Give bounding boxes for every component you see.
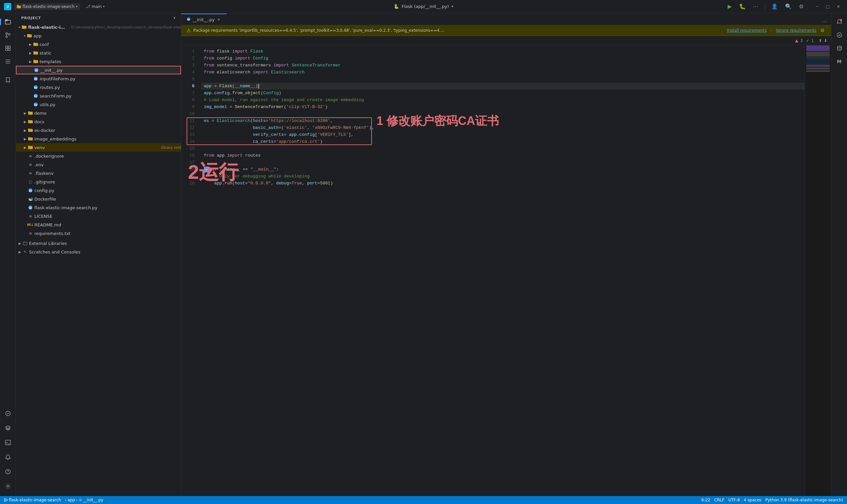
run-inline-btn[interactable]: ▶	[204, 166, 210, 173]
right-ai[interactable]: AI	[833, 29, 845, 41]
tree-dockerfile[interactable]: 🐋 Dockerfile	[16, 195, 181, 203]
docs-label: docs	[34, 119, 181, 124]
settings-btn[interactable]: ⚙	[798, 2, 805, 11]
tree-searchform[interactable]: py searchForm.py	[16, 92, 181, 100]
code-line-20: app.run(host="0.0.0.0", debug=True, port…	[201, 180, 805, 187]
activity-vcs[interactable]	[2, 29, 14, 41]
mm-4	[806, 50, 830, 51]
right-db[interactable]	[833, 42, 845, 54]
title-bar-right: ▶ 🐛 ⋯ 👤 🔍 ⚙ ─ □ ✕	[727, 2, 843, 11]
search-btn[interactable]: 🔍	[784, 2, 793, 11]
tree-dockerignore[interactable]: ≡ .dockerignore	[16, 152, 181, 160]
svg-text:py: py	[35, 69, 38, 72]
status-git[interactable]: flask-elastic-image-search	[4, 498, 61, 502]
tree-scratches[interactable]: ▶ ✎ Scratches and Consoles	[16, 248, 181, 256]
tree-external-libs[interactable]: ▶ External Libraries	[16, 239, 181, 248]
sidebar-header: Project ▾	[16, 13, 181, 23]
templates-chevron: ▶	[29, 60, 32, 64]
fm-icon: py	[28, 205, 33, 210]
di-icon: ≡	[28, 154, 33, 159]
profile-btn[interactable]: 👤	[770, 2, 779, 11]
status-encoding[interactable]: UTF-8	[728, 498, 740, 502]
activity-help[interactable]: ?	[2, 466, 14, 478]
svg-rect-46	[28, 129, 30, 129]
more-menu-btn[interactable]: ⋯	[752, 2, 759, 11]
tree-flask-main[interactable]: py flask-elastic-image-search.py	[16, 203, 181, 212]
activity-bookmarks[interactable]	[2, 74, 14, 86]
activity-project[interactable]	[2, 16, 14, 28]
notif-settings-icon[interactable]: ⚙	[819, 27, 826, 34]
fe-label: .flaskenv	[34, 171, 181, 176]
status-indent[interactable]: 4 spaces	[744, 498, 761, 502]
activity-structure[interactable]	[2, 55, 14, 68]
tree-inputfileform[interactable]: py inputFileForm.py	[16, 74, 181, 83]
right-panel: AI M	[831, 13, 847, 496]
tree-readme[interactable]: M↓ README.md	[16, 220, 181, 229]
close-btn[interactable]: ✕	[834, 2, 843, 11]
tree-app[interactable]: ▾ app	[16, 31, 181, 40]
right-m[interactable]: M	[833, 55, 845, 68]
status-crlf[interactable]: CRLF	[714, 498, 724, 502]
static-label: static	[40, 51, 181, 55]
templates-folder-icon	[33, 59, 38, 64]
tab-more-btn[interactable]: ⋯	[818, 18, 831, 25]
notif-text: Package requirements 'importlib_resource…	[193, 28, 725, 33]
minimize-btn[interactable]: ─	[813, 2, 822, 11]
status-language[interactable]: Python 3.9 (flask-elastic-image-search)	[765, 498, 843, 502]
tree-docs[interactable]: ▶ docs	[16, 117, 181, 126]
tree-routes[interactable]: py routes.py	[16, 83, 181, 92]
code-line-18: ▶ if __name__ == "__main__":	[201, 166, 805, 173]
conf-label: conf	[40, 42, 181, 47]
activity-plugins[interactable]	[2, 42, 14, 54]
tree-utils[interactable]: py utils.py	[16, 100, 181, 109]
tab-init[interactable]: py __init__.py ✕	[181, 14, 227, 25]
tree-templates[interactable]: ▶ templates	[16, 57, 181, 66]
branch-chip[interactable]: ⎇ main ▾	[83, 3, 107, 10]
title-file: Flask (app/__init__.py)	[402, 4, 449, 9]
tree-esdocker[interactable]: ▶ es-docker	[16, 126, 181, 134]
git-arrow-up[interactable]: ⬆	[818, 38, 822, 43]
run-btn[interactable]: ▶	[727, 2, 732, 11]
tree-flaskenv[interactable]: ≡ .flaskenv	[16, 169, 181, 178]
svg-line-68	[6, 499, 6, 500]
tree-static[interactable]: ▶ static	[16, 49, 181, 57]
code-editor[interactable]: from flask import Flask from config impo…	[198, 45, 805, 496]
root-label: flask-elastic-image-search	[28, 25, 69, 30]
svg-rect-28	[33, 51, 35, 52]
activity-notifications[interactable]	[2, 451, 14, 463]
ignore-requirements-link[interactable]: Ignore requirements	[776, 28, 816, 33]
debug-btn[interactable]: 🐛	[738, 2, 747, 11]
svg-point-69	[79, 499, 82, 501]
activity-terminal[interactable]	[2, 436, 14, 449]
tree-imageembed[interactable]: ▶ image_embeddings	[16, 134, 181, 143]
tree-demo[interactable]: ▶ demo	[16, 109, 181, 117]
activity-layers[interactable]	[2, 422, 14, 434]
activity-settings[interactable]	[2, 480, 14, 492]
tree-env[interactable]: ≡ .env	[16, 160, 181, 169]
tree-license[interactable]: ≡ LICENSE	[16, 212, 181, 220]
demo-folder-icon	[28, 110, 33, 116]
tree-venv[interactable]: ▶ venv library root	[16, 143, 181, 152]
tree-gitignore[interactable]: ○ .gitignore	[16, 178, 181, 186]
tree-config[interactable]: py config.py	[16, 186, 181, 195]
svg-text:?: ?	[6, 470, 8, 473]
rm-icon: M↓	[28, 222, 33, 228]
project-chip[interactable]: flask-elastic-image-search ▾	[14, 3, 80, 10]
tree-conf[interactable]: ▶ conf	[16, 40, 181, 49]
tree-requirements[interactable]: ≡ requirements.txt	[16, 229, 181, 238]
extlib-icon	[22, 240, 28, 246]
maximize-btn[interactable]: □	[823, 2, 832, 11]
install-requirements-link[interactable]: Install requirements	[727, 28, 766, 33]
git-badge: ▲ 3 ✓ 1 ⬆ ⬇	[791, 38, 831, 43]
status-breadcrumb[interactable]: › app › __init__.py	[65, 498, 103, 502]
git-arrow-down[interactable]: ⬇	[824, 38, 827, 43]
activity-services[interactable]	[2, 408, 14, 419]
tree-init[interactable]: py __init__.py	[16, 66, 181, 74]
status-linecol[interactable]: 6:22	[702, 498, 710, 502]
mm-13	[806, 61, 830, 62]
right-notifications[interactable]	[833, 16, 845, 28]
code-line-4: from elasticsearch import Elasticsearch	[201, 69, 805, 76]
mm-14	[806, 63, 830, 64]
tab-close[interactable]: ✕	[217, 17, 221, 22]
tree-root[interactable]: ▾ flask-elastic-image-search D:\develop\…	[16, 23, 181, 31]
